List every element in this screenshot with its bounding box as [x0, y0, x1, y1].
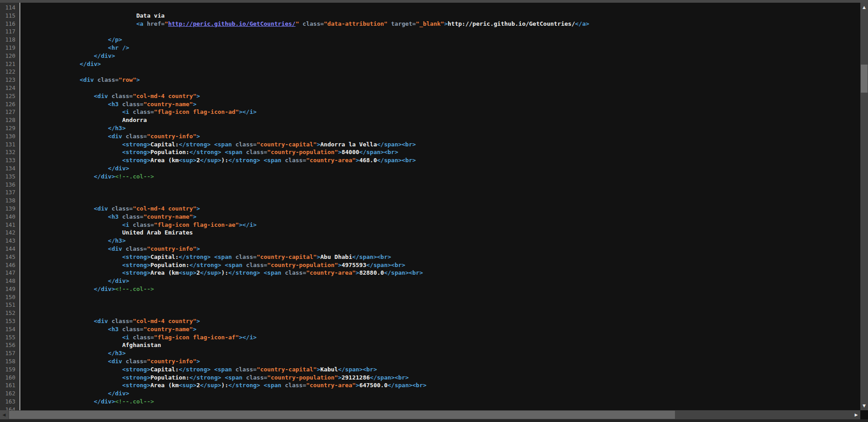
vertical-scrollbar[interactable]: ▲ ▼ [860, 3, 868, 410]
line-number: 121 [0, 60, 19, 68]
line-number: 134 [0, 164, 19, 173]
scroll-up-button[interactable]: ▲ [860, 3, 868, 12]
line-number: 159 [0, 366, 19, 374]
code-line: Afghanistan [23, 341, 860, 349]
line-number: 136 [0, 181, 19, 189]
code-line: </div> [23, 52, 860, 60]
line-number: 129 [0, 124, 19, 132]
scroll-down-icon: ▼ [863, 403, 866, 408]
code-line: <strong>Population:</strong> <span class… [23, 261, 860, 269]
code-line: <h3 class="country-name"> [23, 325, 860, 333]
scroll-down-button[interactable]: ▼ [860, 401, 868, 410]
line-number: 141 [0, 221, 19, 229]
line-number: 154 [0, 325, 19, 333]
code-line [23, 293, 860, 301]
code-line: </div> [23, 164, 860, 173]
line-number: 139 [0, 205, 19, 213]
line-number: 153 [0, 317, 19, 325]
horizontal-scroll-thumb[interactable] [9, 411, 675, 419]
line-number: 120 [0, 52, 19, 60]
line-number: 164 [0, 406, 19, 410]
line-number: 157 [0, 349, 19, 357]
scroll-right-icon: ▶ [855, 413, 858, 417]
line-number: 127 [0, 108, 19, 116]
line-number: 138 [0, 197, 19, 205]
line-number: 132 [0, 148, 19, 156]
code-line: <div class="col-md-4 country"> [23, 205, 860, 213]
code-line: <strong>Capital:</strong> <span class="c… [23, 366, 860, 374]
code-line: </div> [23, 277, 860, 285]
line-number: 163 [0, 398, 19, 406]
code-line [23, 188, 860, 197]
line-number: 117 [0, 28, 19, 36]
line-number: 149 [0, 285, 19, 293]
line-number: 118 [0, 36, 19, 44]
line-number: 123 [0, 76, 19, 84]
line-number: 158 [0, 357, 19, 366]
vertical-scroll-thumb[interactable] [861, 65, 868, 93]
scroll-up-icon: ▲ [863, 5, 866, 9]
line-number: 142 [0, 229, 19, 237]
line-number: 133 [0, 156, 19, 164]
editor: 1141151161171181191201211221231241251261… [0, 3, 868, 410]
line-number: 135 [0, 173, 19, 181]
scroll-right-button[interactable]: ▶ [852, 410, 860, 419]
code-line: <div class="row"> [23, 76, 860, 84]
line-number: 146 [0, 261, 19, 269]
code-line: </div><!--.col--> [23, 285, 860, 293]
code-line: <strong>Population:</strong> <span class… [23, 148, 860, 156]
code-line: </div><!--.col--> [23, 398, 860, 406]
scroll-left-button[interactable]: ◀ [0, 410, 8, 419]
code-line [23, 309, 860, 317]
code-line: <strong>Capital:</strong> <span class="c… [23, 141, 860, 149]
code-line: <div class="col-md-4 country"> [23, 92, 860, 100]
code-line: <h3 class="country-name"> [23, 213, 860, 221]
line-number: 162 [0, 389, 19, 398]
code-line [23, 4, 860, 12]
code-line: <i class="flag-icon flag-icon-ae"></i> [23, 221, 860, 229]
line-number: 151 [0, 301, 19, 309]
code-line: <strong>Capital:</strong> <span class="c… [23, 253, 860, 261]
line-number: 155 [0, 333, 19, 342]
line-number: 150 [0, 293, 19, 301]
code-line: </div> [23, 60, 860, 68]
line-number: 143 [0, 237, 19, 245]
code-line: <h3 class="country-name"> [23, 100, 860, 108]
code-line: </h3> [23, 124, 860, 132]
code-line: </div><!--.col--> [23, 173, 860, 181]
line-number: 148 [0, 277, 19, 285]
bottom-chrome-strip [0, 419, 868, 422]
line-number: 130 [0, 132, 19, 141]
code-area[interactable]: Data via <a href="http://peric.github.io… [20, 3, 860, 410]
code-line [23, 406, 860, 410]
horizontal-scroll-track[interactable] [8, 410, 852, 419]
code-line [23, 181, 860, 189]
code-line: <hr /> [23, 44, 860, 52]
line-number: 116 [0, 20, 19, 28]
code-line: <strong>Population:</strong> <span class… [23, 374, 860, 382]
code-line: <div class="col-md-4 country"> [23, 317, 860, 325]
line-number: 131 [0, 141, 19, 149]
line-number: 145 [0, 253, 19, 261]
line-number: 137 [0, 188, 19, 197]
code-line [23, 84, 860, 92]
code-line: Andorra [23, 116, 860, 124]
line-number: 160 [0, 374, 19, 382]
code-line: <i class="flag-icon flag-icon-ad"></i> [23, 108, 860, 116]
code-line [23, 68, 860, 76]
code-line: </h3> [23, 349, 860, 357]
scroll-left-icon: ◀ [3, 413, 6, 417]
horizontal-scrollbar[interactable]: ◀ ▶ [0, 410, 868, 419]
line-number: 161 [0, 381, 19, 389]
line-number: 152 [0, 309, 19, 317]
code-line: <a href="http://peric.github.io/GetCount… [23, 20, 860, 28]
code-line: <strong>Area (km<sup>2</sup>):</strong> … [23, 269, 860, 277]
code-line: <div class="country-info"> [23, 357, 860, 366]
gutter: 1141151161171181191201211221231241251261… [0, 3, 20, 410]
code-line: <div class="country-info"> [23, 132, 860, 141]
line-number: 114 [0, 4, 19, 12]
line-number: 124 [0, 84, 19, 92]
code-line: <div class="country-info"> [23, 245, 860, 253]
line-number: 115 [0, 12, 19, 20]
code-line: Data via [23, 12, 860, 20]
